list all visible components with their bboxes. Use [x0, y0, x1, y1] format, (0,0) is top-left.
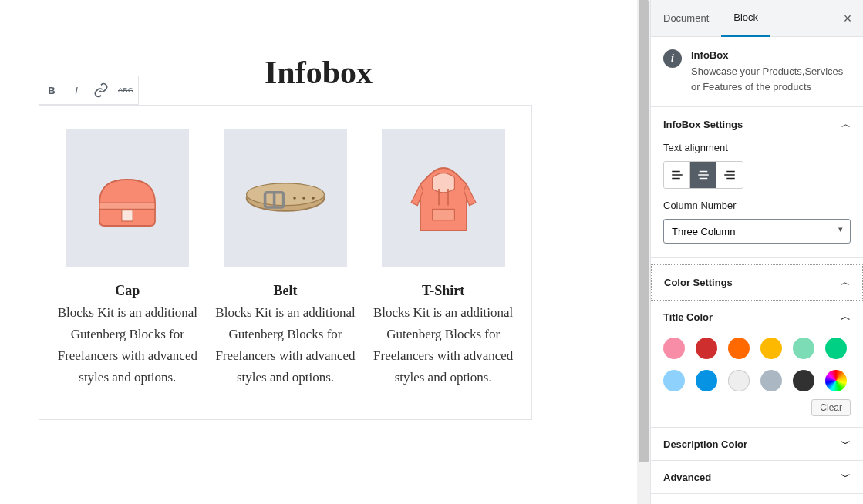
svg-rect-14: [699, 171, 707, 173]
color-swatch[interactable]: [663, 338, 685, 359]
panel-title: Title Color: [663, 311, 713, 323]
svg-point-6: [302, 197, 305, 200]
panel-advanced: Advanced ﹀: [651, 461, 863, 494]
scrollbar-thumb[interactable]: [639, 0, 649, 462]
block-header-text: InfoBox Showcase your Products,Services …: [691, 49, 851, 94]
tab-block[interactable]: Block: [721, 0, 770, 37]
chevron-up-icon: ︿: [841, 276, 850, 289]
svg-rect-17: [726, 171, 735, 173]
color-swatch[interactable]: [760, 338, 782, 359]
strikethrough-button[interactable]: ABC: [113, 76, 138, 104]
editor-canvas: Infobox B I ABC Cap Blocks Kit is an add…: [0, 0, 637, 504]
column-description[interactable]: Blocks Kit is an additional Gutenberg Bl…: [53, 302, 202, 388]
block-title: InfoBox: [691, 49, 851, 61]
block-description: Showcase your Products,Services or Featu…: [691, 64, 851, 94]
chevron-down-icon: ﹀: [841, 437, 851, 451]
align-left-button[interactable]: [664, 162, 690, 188]
svg-rect-19: [726, 178, 735, 180]
text-alignment-group: [663, 161, 743, 189]
tab-document[interactable]: Document: [651, 0, 721, 37]
panel-title: Advanced: [663, 472, 711, 483]
panel-toggle-advanced[interactable]: Advanced ﹀: [651, 461, 863, 493]
color-swatch[interactable]: [696, 370, 717, 391]
column-title[interactable]: T-Shirt: [369, 283, 517, 299]
text-alignment-label: Text alignment: [663, 142, 851, 153]
color-swatch[interactable]: [696, 338, 717, 359]
color-swatch[interactable]: [793, 370, 814, 391]
column-title[interactable]: Belt: [211, 283, 360, 299]
panel-color-settings: Color Settings ︿: [651, 264, 863, 301]
product-thumbnail: [224, 129, 347, 267]
custom-color-swatch[interactable]: [825, 370, 847, 391]
color-swatch[interactable]: [728, 370, 750, 391]
panel-title-color: Title Color ︿ Clear: [651, 301, 863, 428]
infobox-columns: Cap Blocks Kit is an additional Gutenber…: [53, 129, 517, 388]
infobox-column: Cap Blocks Kit is an additional Gutenber…: [53, 129, 202, 388]
chevron-up-icon: ︿: [841, 310, 851, 324]
column-description[interactable]: Blocks Kit is an additional Gutenberg Bl…: [369, 302, 517, 388]
column-title[interactable]: Cap: [53, 283, 202, 299]
settings-sidebar: Document Block × i InfoBox Showcase your…: [650, 0, 863, 504]
panel-title: Description Color: [663, 438, 747, 450]
panel-title: InfoBox Settings: [663, 119, 743, 130]
hoodie-icon: [397, 152, 490, 244]
rich-text-toolbar: B I ABC: [39, 76, 139, 105]
belt-icon: [239, 152, 332, 244]
color-swatch[interactable]: [825, 338, 847, 359]
editor-scrollbar[interactable]: [637, 0, 650, 504]
color-swatch[interactable]: [663, 370, 685, 391]
svg-rect-13: [672, 178, 680, 180]
column-number-select-wrap: Three Column: [663, 219, 851, 244]
product-thumbnail: [66, 129, 189, 267]
color-swatch[interactable]: [728, 338, 750, 359]
column-description[interactable]: Blocks Kit is an additional Gutenberg Bl…: [211, 302, 360, 388]
panel-toggle-title-color[interactable]: Title Color ︿: [651, 301, 863, 333]
color-swatch[interactable]: [760, 370, 782, 391]
chevron-up-icon: ︿: [841, 118, 851, 131]
color-swatch[interactable]: [793, 338, 814, 359]
svg-point-2: [247, 183, 325, 206]
svg-rect-18: [724, 174, 735, 176]
product-thumbnail: [382, 129, 505, 267]
svg-rect-12: [672, 174, 683, 176]
infobox-column: T-Shirt Blocks Kit is an additional Gute…: [369, 129, 517, 388]
svg-rect-16: [699, 178, 707, 180]
panel-toggle-infobox-settings[interactable]: InfoBox Settings ︿: [651, 107, 863, 142]
panel-toggle-color-settings[interactable]: Color Settings ︿: [652, 265, 862, 300]
panel-title: Color Settings: [664, 277, 733, 288]
link-button[interactable]: [89, 76, 113, 104]
svg-rect-0: [122, 210, 133, 221]
align-center-button[interactable]: [690, 162, 716, 188]
panel-infobox-settings: InfoBox Settings ︿ Text alignment Column…: [651, 107, 863, 258]
chevron-down-icon: ﹀: [841, 470, 851, 484]
column-number-select[interactable]: Three Column: [663, 219, 851, 244]
svg-rect-10: [432, 209, 454, 220]
panel-description-color: Description Color ﹀: [651, 428, 863, 461]
infobox-column: Belt Blocks Kit is an additional Gutenbe…: [211, 129, 360, 388]
sidebar-tabs: Document Block ×: [651, 0, 863, 37]
italic-button[interactable]: I: [64, 76, 89, 104]
svg-rect-15: [698, 174, 709, 176]
cap-icon: [81, 152, 174, 244]
close-sidebar-button[interactable]: ×: [838, 9, 857, 28]
align-right-button[interactable]: [716, 162, 743, 188]
column-number-label: Column Number: [663, 200, 851, 211]
panel-toggle-description-color[interactable]: Description Color ﹀: [651, 428, 863, 460]
svg-point-5: [293, 197, 296, 200]
bold-button[interactable]: B: [39, 76, 64, 104]
info-icon: i: [663, 49, 682, 68]
block-header: i InfoBox Showcase your Products,Service…: [651, 37, 863, 107]
infobox-block[interactable]: Cap Blocks Kit is an additional Gutenber…: [39, 105, 532, 420]
title-color-swatches: [651, 333, 863, 396]
svg-rect-11: [672, 171, 680, 173]
svg-point-7: [312, 197, 315, 200]
clear-color-button[interactable]: Clear: [811, 399, 851, 416]
